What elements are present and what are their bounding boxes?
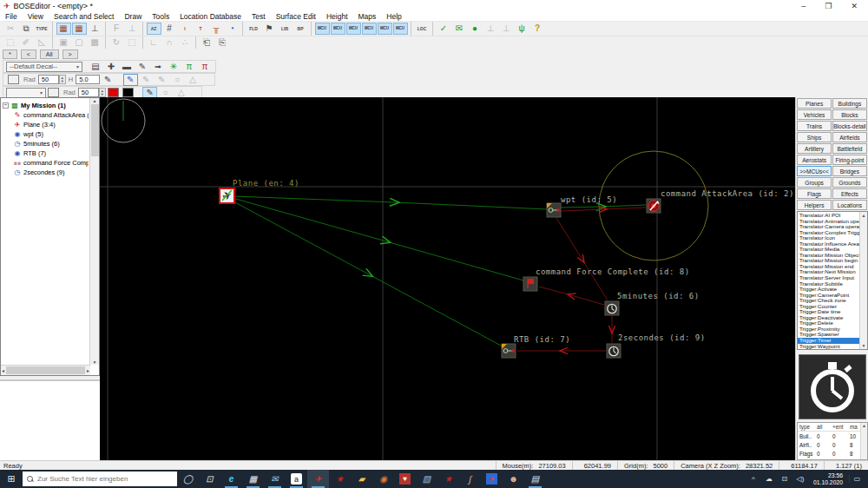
mcu-list-scrollbar[interactable]: ▲▼ <box>859 212 867 349</box>
dot-icon[interactable]: ● <box>468 23 483 35</box>
decal-image-icon[interactable]: ▤ <box>89 61 103 73</box>
mcu-list-item[interactable]: Trigger:Waypoint <box>798 344 859 349</box>
h-input[interactable]: 5.0 <box>76 75 100 84</box>
height-color-swatch[interactable] <box>8 75 19 84</box>
count-table-scrollbar[interactable]: ▲ <box>860 423 867 459</box>
ruler-i-icon[interactable]: I <box>178 23 193 35</box>
menu-item[interactable]: Location Database <box>174 12 247 21</box>
prev-button[interactable]: < <box>21 49 36 59</box>
tree-vertical-scrollbar[interactable]: ▲▼ <box>89 98 99 365</box>
height-cone-icon[interactable]: △ <box>186 74 201 86</box>
menu-item[interactable]: Surface Edit <box>271 12 321 21</box>
tree-item-rtb[interactable]: ◉ RTB (7) <box>3 148 89 158</box>
height-pencil-icon[interactable]: ✎ <box>155 74 169 86</box>
rad2-input[interactable]: 50 <box>78 88 99 97</box>
railway-icon[interactable]: ╥ <box>209 23 224 35</box>
notes-icon[interactable]: ▤ <box>524 470 546 488</box>
paint-combo[interactable]: ▾ <box>6 88 46 98</box>
blue-star-tile-icon[interactable]: ★ <box>481 470 503 488</box>
orange-app-icon[interactable]: ◉ <box>372 470 394 488</box>
check-icon[interactable]: ✓ <box>437 23 451 35</box>
fld-icon[interactable]: FLD <box>247 23 261 35</box>
tree-item-5minutes[interactable]: ◷ 5minutes (6) <box>3 139 89 148</box>
image-icon[interactable]: ▢ <box>72 36 87 49</box>
envelope-icon[interactable]: ✉ <box>452 23 467 35</box>
antenna-icon[interactable]: ψ <box>515 23 529 35</box>
category-button[interactable]: Groups <box>797 177 832 188</box>
path-points-icon[interactable]: ∴ <box>178 36 193 49</box>
height-edit-icon[interactable]: ✎ <box>123 74 138 86</box>
compass-icon[interactable]: ◔ <box>225 23 240 35</box>
ground-icon[interactable]: ⊥ <box>88 23 102 35</box>
az-sort-icon[interactable]: AZ <box>147 23 161 35</box>
command-attackarea-node[interactable] <box>647 199 661 213</box>
menu-item[interactable]: Tools <box>147 12 174 21</box>
eyedropper-icon[interactable]: ✎ <box>101 74 115 86</box>
mail-icon[interactable]: ✉ <box>264 470 286 488</box>
plane-node[interactable]: ✈ <box>220 188 234 203</box>
rotate-icon[interactable]: ↻ <box>109 36 124 49</box>
mcu-unit-icon[interactable]: MCU <box>378 23 392 35</box>
lasso-icon[interactable]: ◺ <box>35 36 49 49</box>
tree-item-attackarea[interactable]: ✎ command AttackArea (2) <box>3 110 89 120</box>
ruler-t-icon[interactable]: T <box>194 23 208 35</box>
file-up-icon[interactable]: ⎗ <box>200 36 214 49</box>
category-button[interactable]: Blocks-detail <box>832 121 867 131</box>
next-button[interactable]: > <box>62 49 78 59</box>
dashed-box-icon[interactable]: ⬚ <box>125 36 140 49</box>
close-button[interactable]: ✕ <box>851 2 858 10</box>
display-icon[interactable]: ⊡ <box>778 475 792 483</box>
red-tile-icon[interactable]: ♥ <box>394 470 416 488</box>
menu-item[interactable]: Height <box>321 12 353 21</box>
tree-horizontal-scrollbar[interactable]: ◄► <box>1 365 90 375</box>
tree-item-wpt[interactable]: ◉ wpt (5) <box>3 129 89 139</box>
tree-item-plane[interactable]: ✈ Plane (3:4) <box>3 120 89 129</box>
store-icon[interactable]: ▦ <box>242 470 264 488</box>
bp-icon[interactable]: BP <box>293 23 308 35</box>
map-texture-icon[interactable]: ▦ <box>56 23 71 35</box>
loc-icon[interactable]: LOC <box>415 23 430 35</box>
checker-icon[interactable]: ▩ <box>88 36 102 49</box>
pole-icon[interactable]: ⊥ <box>125 23 140 35</box>
file-down-icon[interactable]: ⎘ <box>215 36 230 49</box>
all-button[interactable]: All <box>40 49 59 59</box>
cortana-icon[interactable]: ◯ <box>177 470 199 488</box>
skin-app-icon[interactable]: ʃ <box>459 470 481 488</box>
paint-swatch[interactable] <box>48 88 59 97</box>
mcu-tgt-icon[interactable]: MCU <box>331 23 345 35</box>
taskbar-clock[interactable]: 23:56 01.10.2020 <box>809 472 847 485</box>
category-button[interactable]: Locations <box>832 200 867 210</box>
category-button[interactable]: Firing-point <box>832 155 867 165</box>
mcu-hdi-icon[interactable]: MCU <box>346 23 361 35</box>
decal-add-icon[interactable]: ✚ <box>104 61 119 73</box>
menu-item[interactable]: File <box>0 12 23 21</box>
amazon-icon[interactable]: a <box>286 470 307 488</box>
type-filter-icon[interactable]: TYPE <box>35 23 49 35</box>
height-pencil-star-icon[interactable]: ✎ <box>139 74 154 86</box>
map-canvas[interactable]: ✈ <box>100 97 795 460</box>
photos-icon[interactable]: ▧ <box>416 470 437 488</box>
notification-center-icon[interactable]: ▭ <box>849 475 865 483</box>
category-button[interactable]: Effects <box>832 188 867 199</box>
map-texture-alt-icon[interactable]: ▦ <box>72 23 87 35</box>
tree-item-forcecomplete[interactable]: ≣≣ command Force Complete (8) <box>3 158 89 168</box>
path-curve-icon[interactable]: ∩ <box>162 36 177 49</box>
rtb-waypoint-node[interactable] <box>502 344 516 358</box>
taskbar-search[interactable] <box>23 472 177 486</box>
height-circle-icon[interactable]: ○ <box>170 74 185 86</box>
category-button[interactable]: Bridges <box>832 166 867 176</box>
red-star-icon[interactable]: ★ <box>329 470 351 488</box>
image-add-icon[interactable]: ▣ <box>56 36 71 49</box>
category-button[interactable]: Flags <box>797 188 832 199</box>
command-force-complete-node[interactable] <box>523 277 537 291</box>
timer-2secondes-node[interactable] <box>607 344 621 358</box>
boseditor-icon[interactable]: ✈ <box>307 470 329 488</box>
category-button[interactable]: Helpers <box>797 200 832 210</box>
edge-icon[interactable]: e <box>220 470 242 488</box>
category-button[interactable]: Buildings <box>832 98 867 109</box>
menu-item[interactable]: View <box>23 12 49 21</box>
category-button[interactable]: Aerostats <box>797 155 832 165</box>
task-view-icon[interactable]: ⊡ <box>199 470 220 488</box>
mcu-sel-icon[interactable]: MCU <box>362 23 377 35</box>
category-button[interactable]: Blocks <box>832 109 867 120</box>
